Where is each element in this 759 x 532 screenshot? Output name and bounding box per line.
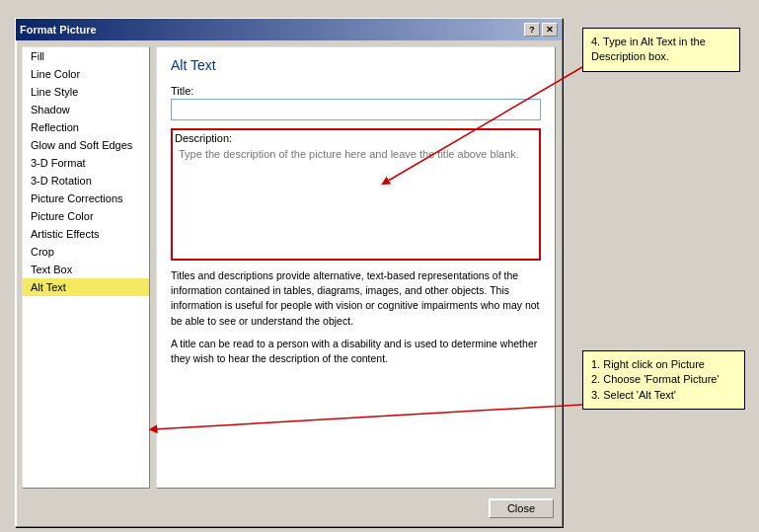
callout-top: 4. Type in Alt Text in the Description b… [582,28,740,72]
sidebar-item-text-box[interactable]: Text Box [23,261,149,278]
sidebar-item-line-style[interactable]: Line Style [23,83,149,101]
sidebar-item-alt-text[interactable]: Alt Text [23,278,149,296]
title-bar: Format Picture ? ✕ [16,19,562,40]
main-panel: Alt Text Title: Description: Titles and … [156,46,556,489]
info-text-2: A title can be read to a person with a d… [171,337,541,366]
sidebar: FillLine ColorLine StyleShadowReflection… [22,46,150,489]
section-title: Alt Text [171,57,541,73]
dialog-title: Format Picture [20,24,97,36]
help-button[interactable]: ? [524,23,540,37]
sidebar-item-glow-and-soft-edges[interactable]: Glow and Soft Edges [23,136,149,154]
dialog-close-button[interactable]: ✕ [542,23,558,37]
close-button[interactable]: Close [489,498,554,518]
sidebar-item-shadow[interactable]: Shadow [23,101,149,118]
sidebar-item-crop[interactable]: Crop [23,243,149,261]
sidebar-item-3-d-format[interactable]: 3-D Format [23,154,149,172]
info-text-1: Titles and descriptions provide alternat… [171,268,541,329]
title-input[interactable] [171,99,541,120]
title-bar-buttons: ? ✕ [524,23,558,37]
title-label: Title: [171,85,541,97]
sidebar-item-3-d-rotation[interactable]: 3-D Rotation [23,172,149,190]
callout-bottom: 1. Right click on Picture2. Choose 'Form… [582,350,745,410]
title-field-group: Title: [171,85,541,120]
format-picture-dialog: Format Picture ? ✕ FillLine ColorLine St… [15,18,563,527]
dialog-body: FillLine ColorLine StyleShadowReflection… [16,40,562,494]
sidebar-item-picture-corrections[interactable]: Picture Corrections [23,190,149,207]
sidebar-item-picture-color[interactable]: Picture Color [23,207,149,225]
description-container: Description: [171,128,541,261]
sidebar-item-line-color[interactable]: Line Color [23,65,149,83]
sidebar-item-artistic-effects[interactable]: Artistic Effects [23,225,149,243]
sidebar-item-fill[interactable]: Fill [23,47,149,65]
sidebar-item-reflection[interactable]: Reflection [23,118,149,136]
dialog-footer: Close [16,494,562,526]
description-textarea[interactable] [175,146,537,255]
description-label: Description: [175,132,537,144]
